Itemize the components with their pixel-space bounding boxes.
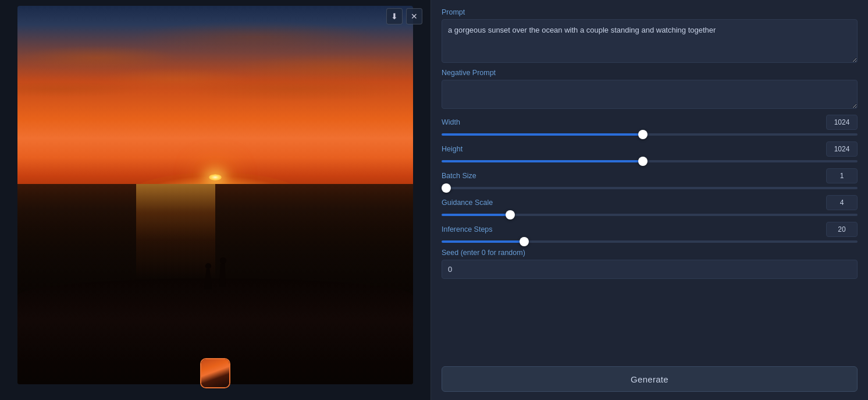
width-label: Width — [442, 118, 460, 126]
height-label: Height — [442, 145, 463, 153]
batch-size-value: 1 — [826, 168, 858, 183]
prompt-group: Prompt — [442, 8, 858, 63]
guidance-scale-label: Guidance Scale — [442, 199, 493, 207]
sunset-image — [17, 6, 413, 384]
seed-label: Seed (enter 0 for random) — [442, 249, 858, 257]
inference-steps-slider[interactable] — [442, 240, 858, 243]
controls-content: Prompt Negative Prompt Width 1024 Height… — [442, 8, 858, 360]
figure-man — [218, 257, 228, 301]
batch-size-group: Batch Size 1 — [442, 168, 858, 189]
image-container — [17, 6, 413, 384]
seed-group: Seed (enter 0 for random) — [442, 249, 858, 279]
sun — [209, 174, 222, 180]
seed-input[interactable] — [442, 260, 858, 279]
height-group: Height 1024 — [442, 141, 858, 162]
guidance-scale-value: 4 — [826, 195, 858, 210]
width-value: 1024 — [826, 115, 858, 130]
negative-prompt-label: Negative Prompt — [442, 69, 858, 77]
generate-button[interactable]: Generate — [442, 366, 858, 392]
figure-woman — [204, 263, 213, 301]
close-button[interactable]: ✕ — [406, 8, 422, 24]
width-slider[interactable] — [442, 133, 858, 136]
width-group: Width 1024 — [442, 115, 858, 136]
guidance-scale-slider[interactable] — [442, 214, 858, 216]
height-slider[interactable] — [442, 160, 858, 162]
batch-size-label: Batch Size — [442, 172, 476, 180]
thumbnail-image — [201, 359, 229, 387]
image-controls: ⬇ ✕ — [386, 8, 422, 24]
prompt-label: Prompt — [442, 8, 858, 16]
prompt-textarea[interactable] — [442, 19, 858, 63]
figures — [204, 257, 228, 301]
guidance-scale-group: Guidance Scale 4 — [442, 195, 858, 216]
inference-steps-label: Inference Steps — [442, 225, 493, 233]
image-panel: ⬇ ✕ — [0, 0, 431, 400]
batch-size-slider[interactable] — [442, 187, 858, 189]
negative-prompt-group: Negative Prompt — [442, 69, 858, 109]
inference-steps-group: Inference Steps 20 — [442, 222, 858, 243]
controls-panel: Prompt Negative Prompt Width 1024 Height… — [431, 0, 868, 400]
height-value: 1024 — [826, 141, 858, 157]
negative-prompt-textarea[interactable] — [442, 80, 858, 109]
thumbnail-button[interactable] — [200, 358, 230, 388]
inference-steps-value: 20 — [826, 222, 858, 237]
download-button[interactable]: ⬇ — [386, 8, 403, 24]
